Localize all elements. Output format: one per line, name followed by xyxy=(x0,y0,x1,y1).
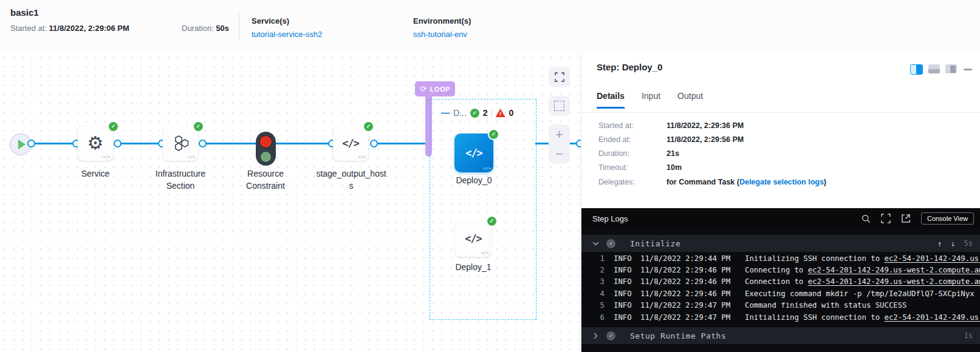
search-icon[interactable] xyxy=(862,214,871,223)
step-logs-panel: Step Logs Console View xyxy=(581,208,980,352)
node-label-infrastructure: Infrastructure Section xyxy=(144,168,217,192)
environments-label: Environment(s) xyxy=(413,16,471,25)
loop-group-name: D... xyxy=(453,108,467,118)
collapse-icon[interactable]: — xyxy=(441,108,450,118)
log-line: 1 INFO 11/8/2022 2:29:44 PM Initializing… xyxy=(581,252,980,264)
tab-output[interactable]: Output xyxy=(677,91,703,109)
detail-row-ended: Ended at: 11/8/2022, 2:29:56 PM xyxy=(598,135,963,149)
service-link[interactable]: tutorial-service-ssh2 xyxy=(252,30,322,39)
fail-count: 0 xyxy=(509,108,514,118)
layout-right-button[interactable] xyxy=(945,64,957,73)
section-success-icon: ✓ xyxy=(606,239,615,248)
canvas-fullscreen-button[interactable] xyxy=(549,67,570,87)
edge-connector xyxy=(576,140,581,147)
canvas-select-button[interactable] xyxy=(549,96,570,116)
log-section-initialize[interactable]: ✓ Initialize ↑ ↓ 5s xyxy=(581,235,980,252)
loop-icon: ⟳ xyxy=(420,84,427,93)
edge-connector xyxy=(199,140,207,147)
console-view-button[interactable]: Console View xyxy=(921,212,974,225)
node-stage-output-hosts[interactable]: </> </> xyxy=(333,126,368,161)
header-divider xyxy=(239,13,239,40)
warning-icon: ! xyxy=(496,109,505,117)
fullscreen-icon xyxy=(555,72,564,82)
node-label-resource-constraint: Resource Constraint xyxy=(229,168,302,192)
success-badge: ✓ xyxy=(363,121,374,132)
traffic-green-light xyxy=(259,151,272,163)
environment-link[interactable]: ssh-tutorial-env xyxy=(413,30,467,39)
chevron-down-icon[interactable] xyxy=(591,242,600,246)
edge-connector xyxy=(27,140,35,147)
node-label-deploy-0: Deploy_0 xyxy=(437,174,510,186)
zoom-in-button[interactable]: + xyxy=(555,125,563,144)
loop-group-box xyxy=(430,99,536,320)
section-success-icon: ✓ xyxy=(606,331,615,340)
edge xyxy=(276,143,331,144)
layout-bottom-button[interactable] xyxy=(928,64,940,73)
loop-badge-label: LOOP xyxy=(430,86,450,93)
code-icon: </> xyxy=(342,137,359,149)
host-link[interactable]: ec2-54-201-142-249.us-west-2.compute.ama… xyxy=(808,277,980,286)
layout-bottom-icon xyxy=(928,69,940,73)
tab-details[interactable]: Details xyxy=(597,91,625,109)
tabs-divider xyxy=(581,112,980,113)
layout-right-icon xyxy=(950,66,956,73)
success-badge: ✓ xyxy=(486,215,498,227)
node-resource-constraint[interactable] xyxy=(256,132,276,166)
scroll-top-icon[interactable]: ↑ xyxy=(937,239,942,248)
code-icon: </> xyxy=(465,232,482,245)
node-deploy-1[interactable]: </> </> xyxy=(455,220,492,257)
services-label: Service(s) xyxy=(252,16,289,25)
host-link[interactable]: ec2-54-201-142-249.us-west-2.compute.ama… xyxy=(885,254,980,263)
started-at: Started at: 11/8/2022, 2:29:06 PM xyxy=(10,24,129,33)
logs-fullscreen-icon[interactable] xyxy=(881,214,891,223)
tab-input[interactable]: Input xyxy=(642,91,660,109)
gear-icon: ⚙ xyxy=(87,134,104,152)
traffic-red-light xyxy=(259,135,273,149)
loop-group-header[interactable]: — D... ✓ 2 ! 0 xyxy=(441,107,526,119)
section-duration: 1s xyxy=(964,331,973,340)
detail-row-duration: Duration: 21s xyxy=(598,149,963,163)
node-infrastructure[interactable]: </> xyxy=(163,126,198,161)
chevron-right-icon[interactable] xyxy=(591,333,600,339)
delegate-selection-logs-link[interactable]: Delegate selection logs xyxy=(739,178,824,186)
play-icon xyxy=(18,140,26,149)
node-label-stage-output-hosts: stage_output_hosts xyxy=(315,168,387,192)
log-section-setup-runtime-paths[interactable]: ✓ Setup Runtime Paths 1s xyxy=(581,327,980,344)
success-count: 2 xyxy=(483,108,488,118)
pipeline-graph-canvas[interactable]: ⚙ </> ✓ Service </> ✓ Infrastructure Sec… xyxy=(0,53,581,352)
success-badge: ✓ xyxy=(193,121,204,132)
step-details-panel: Step: Deploy_0 Details Input Output Star… xyxy=(581,53,980,352)
node-service[interactable]: ⚙ </> xyxy=(78,126,113,161)
success-count-icon: ✓ xyxy=(470,109,479,118)
host-link[interactable]: ec2-54-201-142-249.us-west-2.compute.ama… xyxy=(808,266,980,274)
hexagons-icon xyxy=(173,135,189,151)
edge xyxy=(372,143,428,144)
log-line: 3 INFO 11/8/2022 2:29:46 PM Connection t… xyxy=(581,276,980,288)
open-in-new-icon[interactable] xyxy=(901,214,911,223)
code-corner-icon: </> xyxy=(358,155,366,160)
pipeline-execution-view: basic1 Started at: 11/8/2022, 2:29:06 PM… xyxy=(0,0,980,352)
node-label-service: Service xyxy=(59,168,132,180)
execution-header: basic1 Started at: 11/8/2022, 2:29:06 PM… xyxy=(0,0,980,54)
node-deploy-0-selected[interactable]: </> </> xyxy=(454,134,493,172)
code-corner-icon: </> xyxy=(103,155,111,160)
detail-row-timeout: Timeout: 10m xyxy=(598,163,963,177)
step-tabs: Details Input Output xyxy=(597,91,703,109)
log-lines: 1 INFO 11/8/2022 2:29:44 PM Initializing… xyxy=(581,252,980,323)
node-label-deploy-1: Deploy_1 xyxy=(437,261,510,273)
zoom-out-button[interactable]: − xyxy=(555,144,563,164)
loop-badge: ⟳ LOOP xyxy=(415,81,455,96)
success-badge: ✓ xyxy=(488,129,499,140)
edge xyxy=(116,143,161,144)
host-link[interactable]: ec2-54-201-142-249.us-west-2.compute.ama… xyxy=(885,313,980,322)
code-corner-icon: </> xyxy=(188,155,196,160)
detail-row-started: Started at: 11/8/2022, 2:29:36 PM xyxy=(598,121,963,135)
scroll-bottom-icon[interactable]: ↓ xyxy=(951,239,956,248)
layout-right-split-button[interactable] xyxy=(910,64,923,75)
code-corner-icon: </> xyxy=(481,251,489,256)
log-line: 4 INFO 11/8/2022 2:29:46 PM Executing co… xyxy=(581,288,980,299)
minimize-panel-button[interactable] xyxy=(964,69,972,70)
code-corner-icon: </> xyxy=(483,166,491,171)
step-logs-header: Step Logs Console View xyxy=(581,208,980,229)
step-panel-title: Step: Deploy_0 xyxy=(597,62,662,72)
